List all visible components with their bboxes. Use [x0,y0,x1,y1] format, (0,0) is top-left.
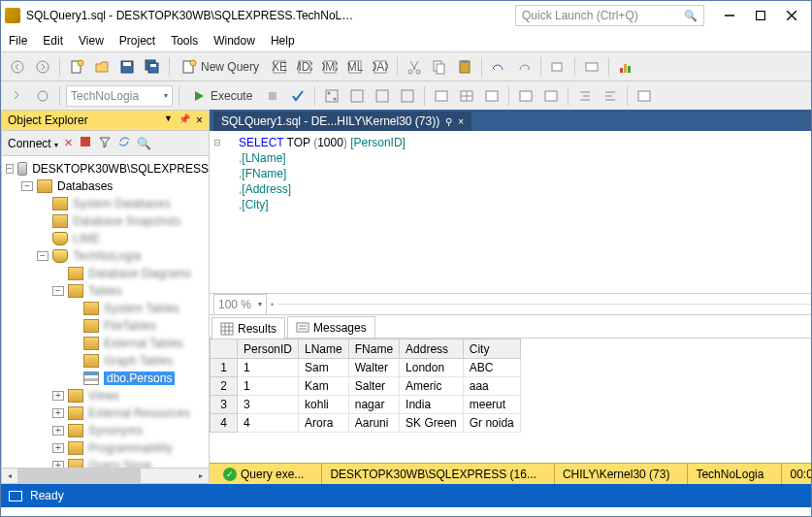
object-explorer-tree[interactable]: −DESKTOPK30WB\SQLEXPRESS−DatabasesSystem… [1,156,210,469]
close-panel-icon[interactable]: × [196,113,203,127]
cell[interactable]: Gr noida [463,414,520,433]
comment-button[interactable] [581,56,602,78]
cell[interactable]: SK Green [400,414,464,433]
open-file-button[interactable] [91,56,113,78]
stop-icon[interactable] [79,135,92,151]
outline-collapse-icon[interactable]: ⊟ [213,135,225,150]
copy-button[interactable] [429,56,450,78]
back-button[interactable] [7,56,28,78]
tree-node[interactable]: −Databases [2,178,209,195]
tree-node[interactable]: dbo.Persons [2,370,209,387]
db-engine-query-button[interactable]: MDX [294,56,315,78]
find-button[interactable] [547,56,568,78]
results-tab[interactable]: Results [211,317,285,339]
tree-node[interactable]: Graph Tables [2,352,209,370]
dropdown-icon[interactable]: ▼ [164,113,173,127]
cell[interactable]: Kam [299,377,349,396]
cell[interactable]: Salter [348,377,399,396]
expand-icon[interactable]: + [52,426,64,436]
menu-edit[interactable]: Edit [43,34,63,48]
quick-launch-input[interactable]: Quick Launch (Ctrl+Q) 🔍 [515,5,704,26]
tree-node[interactable]: Database Snapshots [2,212,209,230]
activity-monitor-button[interactable] [615,56,636,78]
cell[interactable]: Sam [299,359,349,377]
tree-node[interactable]: −TechNoLogia [2,247,209,265]
column-header[interactable]: PersonID [238,339,299,359]
outdent-button[interactable] [600,85,621,107]
tree-node[interactable]: Database Diagrams [2,265,209,282]
xevent-button[interactable]: XE [269,56,290,78]
cell[interactable]: 4 [238,414,299,433]
results-grid-button[interactable] [456,85,477,107]
undo-button[interactable] [488,56,509,78]
table-row[interactable]: 44AroraAaruniSK GreenGr noida [211,414,521,433]
tree-node[interactable]: System Tables [2,300,209,317]
paste-button[interactable] [454,56,475,78]
redo-button[interactable] [513,56,535,78]
live-stats-button[interactable] [372,85,393,107]
column-header[interactable]: Address [400,339,464,359]
expand-icon[interactable]: − [6,164,14,174]
database-combo[interactable]: TechNoLogia ▾ [66,85,173,107]
tree-node[interactable]: FileTables [2,317,209,335]
cell[interactable]: kohli [299,396,349,414]
zoom-combo[interactable]: 100 % ▾ [213,294,267,315]
minimize-button[interactable] [714,4,745,27]
new-file-button[interactable] [66,56,87,78]
tree-node[interactable]: System Databases [2,195,209,212]
editor-tab[interactable]: SQLQuery1.sql - DE...HILY\Kernel30 (73))… [213,112,471,131]
cell[interactable]: meerut [463,396,520,414]
uncomment-button[interactable] [540,85,562,107]
sql-editor[interactable]: ⊟ SELECT TOP (1000) [PersonID] ,[LName] … [210,131,812,294]
cell[interactable]: ABC [463,359,520,377]
menu-window[interactable]: Window [213,34,255,48]
tree-node[interactable]: −Tables [2,282,209,300]
expand-icon[interactable]: − [21,181,33,191]
results-grid[interactable]: PersonIDLNameFNameAddressCity11SamWalter… [210,339,812,463]
scroll-track[interactable] [17,469,193,483]
cell[interactable]: Walter [348,359,399,377]
messages-tab[interactable]: Messages [287,316,375,338]
tree-node[interactable]: +External Resources [2,404,209,422]
menu-project[interactable]: Project [119,34,155,48]
cut-button[interactable] [404,56,425,78]
cell[interactable]: 1 [238,377,299,396]
save-all-button[interactable] [142,56,163,78]
cell[interactable]: India [400,396,464,414]
xmla-query-button[interactable]: XMLA [344,56,366,78]
menu-file[interactable]: File [9,34,27,48]
cell[interactable]: Arora [299,414,349,433]
new-query-button[interactable]: New Query [176,56,265,78]
cell[interactable]: nagar [348,396,399,414]
table-row[interactable]: 21KamSalterAmericaaa [211,377,521,396]
cell[interactable]: London [400,359,464,377]
cell[interactable]: Aaruni [348,414,399,433]
cell[interactable]: aaa [463,377,520,396]
client-stats-button[interactable] [397,85,418,107]
cancel-query-button[interactable] [262,85,283,107]
cell[interactable]: 1 [238,359,299,377]
tree-node[interactable]: +Query Store [2,457,209,469]
dax-query-button[interactable]: DAX [370,56,391,78]
menu-view[interactable]: View [79,34,104,48]
debug-target-button[interactable] [32,85,53,107]
specify-values-button[interactable] [633,85,655,107]
expand-icon[interactable]: + [52,443,64,453]
expand-icon[interactable]: + [52,408,64,418]
results-text-button[interactable] [431,85,452,107]
tree-node[interactable]: +Synonyms [2,422,209,439]
expand-icon[interactable]: + [52,461,64,469]
filter-icon[interactable] [98,135,112,151]
forward-button[interactable] [32,56,53,78]
save-button[interactable] [116,56,138,78]
search-tree-icon[interactable]: 🔍 [137,137,151,150]
close-button[interactable] [776,4,807,27]
dmx-query-button[interactable]: DMX [319,56,341,78]
tree-node[interactable]: +Programmability [2,439,209,457]
parse-button[interactable] [287,85,309,107]
execute-button[interactable]: Execute [185,85,258,107]
tab-close-icon[interactable]: × [458,116,464,127]
tree-node[interactable]: External Tables [2,335,209,352]
refresh-icon[interactable] [117,135,131,151]
tab-pin-icon[interactable]: ⚲ [445,116,452,127]
